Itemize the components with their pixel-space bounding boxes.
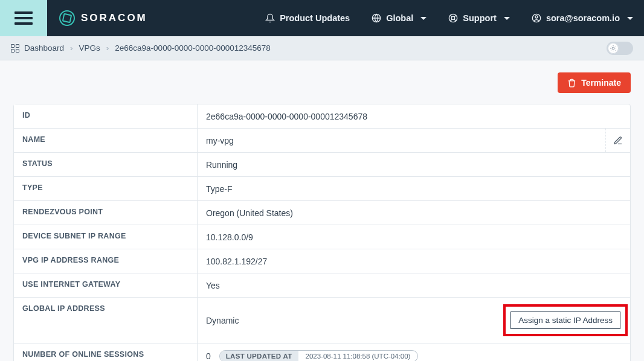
breadcrumb-sep: › <box>70 43 73 53</box>
account-menu[interactable]: sora@soracom.io <box>521 0 644 36</box>
label-use-internet-gateway: USE INTERNET GATEWAY <box>14 273 198 297</box>
value-device-subnet: 10.128.0.0/9 <box>198 225 630 249</box>
value-global-ip: Dynamic Assign a static IP Address <box>198 298 630 343</box>
theme-toggle[interactable] <box>607 42 633 55</box>
row-type: TYPE Type-F <box>14 177 630 201</box>
value-global-ip-text: Dynamic <box>206 316 239 325</box>
lifebuoy-icon <box>448 13 458 23</box>
breadcrumb-vpgs[interactable]: VPGs <box>79 43 100 53</box>
row-global-ip: GLOBAL IP ADDRESS Dynamic Assign a stati… <box>14 298 630 343</box>
product-updates-link[interactable]: Product Updates <box>254 0 361 36</box>
breadcrumb-dashboard[interactable]: Dashboard <box>24 43 64 53</box>
chevron-down-icon <box>420 17 427 20</box>
row-status: STATUS Running <box>14 153 630 177</box>
row-vpg-ip-range: VPG IP ADDRESS RANGE 100.82.1.192/27 <box>14 249 630 273</box>
svg-point-5 <box>612 47 614 50</box>
details-table: ID 2e66ca9a-0000-0000-0000-000012345678 … <box>13 104 631 361</box>
global-label: Global <box>386 13 413 23</box>
bell-icon <box>265 13 275 23</box>
dashboard-icon <box>11 44 19 53</box>
trash-icon <box>567 78 576 88</box>
top-actions: Terminate <box>13 72 631 93</box>
row-id: ID 2e66ca9a-0000-0000-0000-000012345678 <box>14 104 630 129</box>
row-online-sessions: NUMBER OF ONLINE SESSIONS 0 LAST UPDATED… <box>14 343 630 361</box>
svg-point-2 <box>452 16 455 19</box>
label-online-sessions: NUMBER OF ONLINE SESSIONS <box>14 343 198 361</box>
brand-logo[interactable]: SORACOM <box>47 10 147 26</box>
value-status: Running <box>198 153 630 176</box>
value-name: my-vpg <box>198 129 605 152</box>
label-device-subnet: DEVICE SUBNET IP RANGE <box>14 225 198 249</box>
value-type: Type-F <box>198 177 630 200</box>
last-updated-label: LAST UPDATED AT <box>220 351 298 361</box>
label-type: TYPE <box>14 177 198 200</box>
breadcrumb-bar: Dashboard › VPGs › 2e66ca9a-0000-0000-00… <box>0 36 644 60</box>
value-id: 2e66ca9a-0000-0000-0000-000012345678 <box>198 104 630 128</box>
user-icon <box>532 13 541 23</box>
page-content: Terminate ID 2e66ca9a-0000-0000-0000-000… <box>0 60 644 361</box>
soracom-logo-icon <box>59 10 75 26</box>
label-rendezvous: RENDEZVOUS POINT <box>14 201 198 225</box>
row-device-subnet: DEVICE SUBNET IP RANGE 10.128.0.0/9 <box>14 225 630 249</box>
product-updates-label: Product Updates <box>280 13 350 23</box>
sun-icon <box>610 45 617 52</box>
global-menu[interactable]: Global <box>361 0 437 36</box>
support-label: Support <box>463 13 497 23</box>
value-rendezvous: Oregon (United States) <box>198 201 630 225</box>
assign-ip-highlight: Assign a static IP Address <box>503 304 622 336</box>
globe-icon <box>372 13 381 23</box>
value-use-internet-gateway: Yes <box>198 273 630 297</box>
top-nav: SORACOM Product Updates Global Support s… <box>0 0 644 36</box>
terminate-label: Terminate <box>581 78 621 88</box>
value-online-sessions: 0 LAST UPDATED AT 2023-08-11 11:08:58 (U… <box>198 343 630 361</box>
row-name: NAME my-vpg <box>14 129 630 153</box>
label-global-ip: GLOBAL IP ADDRESS <box>14 298 198 343</box>
account-email-label: sora@soracom.io <box>546 13 620 23</box>
hamburger-icon <box>14 11 33 25</box>
terminate-button[interactable]: Terminate <box>558 72 631 93</box>
pencil-icon[interactable] <box>613 136 623 145</box>
label-name: NAME <box>14 129 198 152</box>
row-rendezvous: RENDEZVOUS POINT Oregon (United States) <box>14 201 630 225</box>
name-edit-action <box>605 129 630 152</box>
label-id: ID <box>14 104 198 128</box>
chevron-down-icon <box>627 17 633 20</box>
label-vpg-ip-range: VPG IP ADDRESS RANGE <box>14 249 198 273</box>
chevron-down-icon <box>504 17 510 20</box>
last-updated-badge: LAST UPDATED AT 2023-08-11 11:08:58 (UTC… <box>219 350 419 361</box>
row-use-internet-gateway: USE INTERNET GATEWAY Yes <box>14 273 630 298</box>
breadcrumb-sep: › <box>106 43 109 53</box>
menu-button[interactable] <box>0 0 47 36</box>
last-updated-value: 2023-08-11 11:08:58 (UTC-04:00) <box>298 351 418 361</box>
online-sessions-count: 0 <box>206 351 211 361</box>
svg-point-4 <box>535 16 538 18</box>
breadcrumb-current: 2e66ca9a-0000-0000-0000-000012345678 <box>115 43 270 53</box>
support-menu[interactable]: Support <box>437 0 521 36</box>
brand-name: SORACOM <box>81 12 147 24</box>
value-vpg-ip-range: 100.82.1.192/27 <box>198 249 630 273</box>
label-status: STATUS <box>14 153 198 176</box>
assign-static-ip-button[interactable]: Assign a static IP Address <box>510 311 620 329</box>
